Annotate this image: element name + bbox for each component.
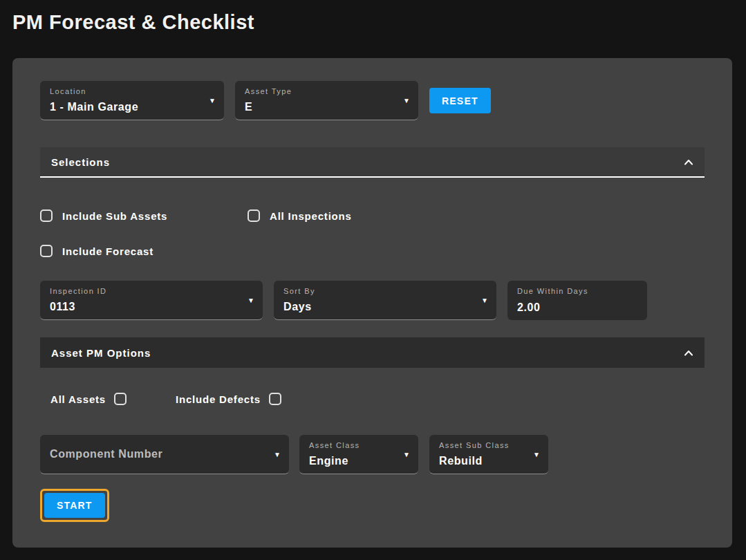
all-inspections-label: All Inspections xyxy=(270,210,352,222)
asset-type-select[interactable]: Asset Type E ▼ xyxy=(235,81,418,120)
selections-checkbox-row-2: Include Forecast xyxy=(40,245,705,257)
include-forecast-checkbox[interactable] xyxy=(40,245,53,257)
asset-type-label: Asset Type xyxy=(245,87,398,95)
all-inspections-option[interactable]: All Inspections xyxy=(248,209,352,222)
chevron-up-icon xyxy=(684,350,693,356)
selections-section-header[interactable]: Selections xyxy=(40,147,705,178)
top-filter-row: Location 1 - Main Garage ▼ Asset Type E … xyxy=(40,81,705,120)
dropdown-arrow-icon: ▼ xyxy=(248,297,254,304)
include-defects-label: Include Defects xyxy=(176,393,261,405)
asset-class-select[interactable]: Asset Class Engine ▼ xyxy=(299,435,418,474)
dropdown-arrow-icon: ▼ xyxy=(274,451,281,458)
asset-pm-options-section-header[interactable]: Asset PM Options xyxy=(40,337,705,368)
all-assets-checkbox[interactable] xyxy=(114,393,127,405)
start-button[interactable]: START xyxy=(44,493,105,518)
inspection-id-label: Inspection ID xyxy=(50,287,242,295)
pm-forecast-page: PM Forecast & Checklist Location 1 - Mai… xyxy=(0,0,746,560)
sort-by-label: Sort By xyxy=(283,287,476,295)
include-forecast-option[interactable]: Include Forecast xyxy=(40,245,153,257)
dropdown-arrow-icon: ▼ xyxy=(533,451,540,458)
asset-class-value: Engine xyxy=(309,455,398,467)
all-assets-label: All Assets xyxy=(50,393,106,405)
due-within-days-input[interactable] xyxy=(517,301,626,314)
all-inspections-checkbox[interactable] xyxy=(248,209,260,222)
sort-by-value: Days xyxy=(283,301,476,313)
filters-panel: Location 1 - Main Garage ▼ Asset Type E … xyxy=(12,58,732,548)
component-number-select[interactable]: Component Number ▼ xyxy=(40,435,289,474)
due-within-days-label: Due Within Days xyxy=(517,287,626,295)
location-select[interactable]: Location 1 - Main Garage ▼ xyxy=(40,81,224,120)
page-title: PM Forecast & Checklist xyxy=(12,11,254,34)
asset-sub-class-select[interactable]: Asset Sub Class Rebuild ▼ xyxy=(429,435,548,474)
dropdown-arrow-icon: ▼ xyxy=(481,297,488,304)
inspection-id-value: 0113 xyxy=(50,301,242,313)
include-sub-assets-checkbox[interactable] xyxy=(40,209,53,222)
component-number-placeholder: Component Number xyxy=(50,448,162,460)
asset-sub-class-label: Asset Sub Class xyxy=(439,441,528,449)
dropdown-arrow-icon: ▼ xyxy=(403,451,410,458)
asset-pm-field-row: Component Number ▼ Asset Class Engine ▼ … xyxy=(40,435,705,474)
dropdown-arrow-icon: ▼ xyxy=(403,97,410,104)
asset-sub-class-value: Rebuild xyxy=(439,455,528,467)
inspection-id-select[interactable]: Inspection ID 0113 ▼ xyxy=(40,281,263,320)
location-label: Location xyxy=(50,87,203,95)
asset-class-label: Asset Class xyxy=(309,441,398,449)
selections-header-label: Selections xyxy=(51,156,110,168)
selections-checkbox-row-1: Include Sub Assets All Inspections xyxy=(40,209,705,222)
location-value: 1 - Main Garage xyxy=(50,101,203,113)
include-defects-checkbox[interactable] xyxy=(269,393,281,405)
asset-pm-options-header-label: Asset PM Options xyxy=(51,347,151,359)
include-forecast-label: Include Forecast xyxy=(62,245,153,257)
start-button-focus-ring: START xyxy=(40,489,109,522)
include-sub-assets-option[interactable]: Include Sub Assets xyxy=(40,209,248,222)
all-assets-option[interactable]: All Assets xyxy=(50,393,127,405)
asset-pm-checkbox-row: All Assets Include Defects xyxy=(40,393,705,405)
selections-field-row: Inspection ID 0113 ▼ Sort By Days ▼ Due … xyxy=(40,281,705,320)
dropdown-arrow-icon: ▼ xyxy=(209,97,216,104)
include-defects-option[interactable]: Include Defects xyxy=(176,393,281,405)
chevron-up-icon xyxy=(684,159,693,165)
asset-type-value: E xyxy=(245,101,398,113)
due-within-days-field[interactable]: Due Within Days xyxy=(507,281,647,320)
include-sub-assets-label: Include Sub Assets xyxy=(62,210,167,222)
reset-button[interactable]: RESET xyxy=(429,88,491,113)
sort-by-select[interactable]: Sort By Days ▼ xyxy=(274,281,496,320)
